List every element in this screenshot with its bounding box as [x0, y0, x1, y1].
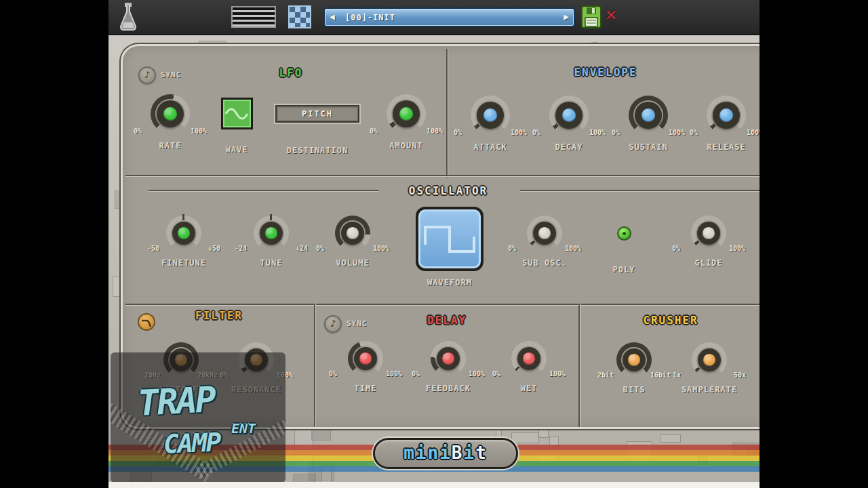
feedback-min: 0%	[412, 370, 420, 378]
pixel-grid-icon[interactable]	[288, 5, 311, 28]
lfo-wave-display[interactable]	[221, 98, 253, 129]
envelope-title: ENVELOPE	[574, 66, 637, 79]
glide-knob-group: 0%100% GLIDE	[669, 216, 748, 268]
bits-knob[interactable]	[616, 342, 652, 378]
sustain-knob-group: 0%100% SUSTAIN	[609, 96, 688, 152]
filter-curve-icon[interactable]	[138, 313, 155, 331]
title-bar: ◀ [00]-INIT ▶ ✕	[108, 0, 760, 35]
poly-group: POLY	[585, 226, 663, 274]
samplerate-min: 1x	[673, 371, 681, 379]
time-knob-group: 0%100% TIME	[326, 341, 405, 393]
preset-menu-icon[interactable]	[231, 6, 276, 28]
destination-label: DESTINATION	[271, 146, 363, 155]
subosc-min: 0%	[508, 245, 516, 252]
logo-text: t	[475, 443, 488, 463]
watermark-text-trap: TRAP	[137, 379, 216, 424]
amount-knob-group: 0%100% AMOUNT	[367, 94, 446, 150]
wet-knob-group: 0%100% WET	[490, 341, 568, 393]
attack-min: 0%	[454, 129, 462, 136]
attack-knob[interactable]	[471, 96, 510, 135]
poly-led[interactable]	[617, 226, 631, 241]
release-max: 100%	[747, 129, 760, 136]
screen: miniBit ◀ [00]-INIT ▶	[0, 0, 868, 488]
release-label: RELEASE	[687, 142, 760, 152]
rate-knob[interactable]	[151, 94, 190, 134]
finetune-label: FINETUNE	[144, 258, 223, 268]
samplerate-label: SAMPLERATE	[670, 385, 749, 394]
decay-knob-group: 0%100% DECAY	[530, 96, 608, 152]
tune-label: TUNE	[232, 258, 311, 268]
volume-max: 100%	[373, 245, 389, 252]
preset-selector[interactable]: ◀ [00]-INIT ▶	[323, 7, 575, 27]
finetune-knob[interactable]	[166, 216, 201, 251]
feedback-knob-group: 0%100% FEEDBACK	[409, 341, 488, 393]
filter-title: FILTER	[195, 309, 243, 322]
close-icon[interactable]: ✕	[606, 5, 616, 23]
osc-title-line-right	[520, 190, 760, 192]
tune-knob[interactable]	[254, 216, 289, 251]
lfo-sync-button[interactable]: ♪	[138, 66, 156, 84]
watermark-text-camp: CAMP	[163, 428, 220, 460]
decay-knob[interactable]	[549, 96, 589, 135]
tune-max: +24	[296, 245, 308, 252]
finetune-min: -50	[147, 245, 159, 252]
flask-logo-icon	[115, 2, 141, 32]
osc-title-line-left	[149, 190, 379, 192]
decay-label: DECAY	[530, 142, 608, 152]
delay-sync-button[interactable]: ♪	[324, 315, 342, 333]
save-icon[interactable]	[581, 5, 601, 28]
feedback-max: 100%	[469, 370, 485, 378]
amount-knob[interactable]	[387, 94, 426, 134]
finetune-knob-group: -50+50 FINETUNE	[144, 216, 223, 268]
wet-max: 100%	[549, 370, 566, 378]
texture-block	[511, 432, 539, 443]
sustain-min: 0%	[612, 129, 620, 136]
volume-label: VOLUME	[313, 258, 392, 268]
feedback-label: FEEDBACK	[409, 384, 488, 393]
oscillator-title: OSCILLATOR	[409, 184, 488, 197]
glide-min: 0%	[672, 245, 680, 252]
minibit-logo: miniBit	[373, 438, 518, 469]
lfo-destination-display[interactable]: PITCH	[275, 105, 359, 123]
release-knob-group: 0%100% RELEASE	[687, 96, 760, 152]
waveform-group: WAVEFORM	[403, 207, 496, 287]
wet-label: WET	[490, 384, 568, 393]
glide-max: 100%	[729, 245, 745, 252]
subosc-knob[interactable]	[527, 216, 562, 251]
glide-label: GLIDE	[669, 258, 748, 268]
delay-title: DELAY	[427, 314, 467, 327]
time-min: 0%	[329, 370, 337, 378]
next-preset-arrow[interactable]: ▶	[564, 12, 569, 22]
volume-knob-group: 0%100% VOLUME	[313, 216, 392, 268]
trapcamp-watermark: TRAP ENT CAMP	[111, 352, 285, 483]
bits-knob-group: 2bit16bit BITS	[595, 342, 673, 394]
sustain-label: SUSTAIN	[609, 142, 688, 152]
wet-knob[interactable]	[511, 341, 547, 376]
decay-max: 100%	[589, 129, 606, 136]
feedback-knob[interactable]	[431, 341, 466, 376]
wave-group: WAVE	[197, 98, 276, 155]
osc-waveform-display[interactable]	[416, 207, 484, 271]
amount-label: AMOUNT	[367, 141, 446, 150]
lfo-sync-label: SYNC	[161, 70, 182, 79]
tune-knob-group: -24+24 TUNE	[232, 216, 311, 268]
attack-max: 100%	[511, 129, 527, 136]
release-min: 0%	[690, 129, 698, 136]
samplerate-knob[interactable]	[692, 342, 727, 378]
logo-text: i	[463, 443, 475, 463]
release-knob[interactable]	[707, 96, 746, 135]
divider-lfo-envelope	[446, 49, 448, 178]
prev-preset-arrow[interactable]: ◀	[330, 12, 335, 22]
time-knob[interactable]	[348, 341, 383, 376]
glide-knob[interactable]	[691, 216, 726, 251]
poly-label: POLY	[585, 265, 663, 274]
divider-filter-delay	[314, 304, 316, 427]
destination-group: PITCH DESTINATION	[271, 105, 363, 155]
bits-min: 2bit	[597, 371, 614, 379]
sustain-knob[interactable]	[629, 96, 668, 135]
volume-knob[interactable]	[335, 216, 370, 251]
rate-min: 0%	[134, 127, 142, 135]
amount-min: 0%	[370, 127, 378, 135]
time-max: 100%	[386, 370, 402, 378]
tune-min: -24	[235, 245, 247, 252]
